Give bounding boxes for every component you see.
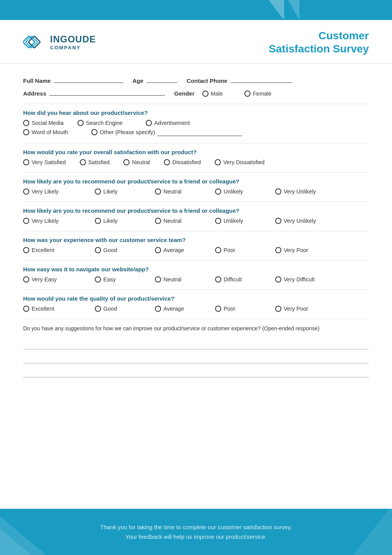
q1-word-of-mouth-label: Word of Mouth xyxy=(32,129,68,135)
q4-very-likely-radio[interactable] xyxy=(23,218,29,224)
q3-very-unlikely[interactable]: Very Unlikely xyxy=(275,188,316,195)
q6-difficult-label: Difficult xyxy=(224,276,242,283)
q4-unlikely-radio[interactable] xyxy=(215,218,221,224)
q7-average[interactable]: Average xyxy=(155,306,201,312)
q5-excellent[interactable]: Excellent xyxy=(23,247,81,253)
q4-unlikely[interactable]: Unlikely xyxy=(215,218,261,224)
q1-word-of-mouth[interactable]: Word of Mouth xyxy=(23,129,68,135)
q6-difficult-radio[interactable] xyxy=(215,276,221,283)
footer-line2: Your feedback will help us improve our p… xyxy=(23,532,369,542)
q4-very-likely[interactable]: Very Likely xyxy=(23,218,81,224)
logo-text: INGOUDE COMPANY xyxy=(50,34,96,50)
q3-neutral-radio[interactable] xyxy=(155,188,161,195)
q3-very-likely[interactable]: Very Likely xyxy=(23,188,81,195)
address-input[interactable] xyxy=(49,88,165,96)
q7-very-poor[interactable]: Very Poor xyxy=(275,306,308,312)
q5-poor-label: Poor xyxy=(224,247,236,253)
q4-likely[interactable]: Likely xyxy=(95,218,141,224)
q7-good[interactable]: Good xyxy=(95,306,141,312)
q5-very-poor[interactable]: Very Poor xyxy=(275,247,308,253)
q1-other-radio[interactable] xyxy=(91,129,98,135)
q3-neutral[interactable]: Neutral xyxy=(155,188,201,195)
q6-easy-label: Easy xyxy=(103,276,116,283)
q4-likely-radio[interactable] xyxy=(95,218,101,224)
q3-very-likely-radio[interactable] xyxy=(23,188,29,195)
answer-line-1[interactable] xyxy=(23,339,369,350)
q1-other-input[interactable] xyxy=(157,128,242,136)
q6-easy[interactable]: Easy xyxy=(95,276,141,283)
q1-search-engine-radio[interactable] xyxy=(77,120,84,126)
q7-options: Excellent Good Average Poor Very Poor xyxy=(23,306,369,312)
q4-neutral[interactable]: Neutral xyxy=(155,218,201,224)
q7-average-radio[interactable] xyxy=(155,306,161,312)
q4-very-unlikely[interactable]: Very Unlikely xyxy=(275,218,316,224)
q5-average-radio[interactable] xyxy=(155,247,161,253)
top-bar-accent xyxy=(269,0,284,20)
q6-very-easy[interactable]: Very Easy xyxy=(23,276,81,283)
q1-advertisement-radio[interactable] xyxy=(146,120,152,126)
contact-phone-input[interactable] xyxy=(230,75,292,83)
q7-very-poor-radio[interactable] xyxy=(275,306,281,312)
q6-difficult[interactable]: Difficult xyxy=(215,276,261,283)
top-bar xyxy=(0,0,392,20)
q4-very-unlikely-radio[interactable] xyxy=(275,218,281,224)
q5-excellent-label: Excellent xyxy=(32,247,54,253)
q2-dissatisfied[interactable]: Dissatisfied xyxy=(164,159,201,165)
q2-dissatisfied-radio[interactable] xyxy=(164,159,170,165)
q1-social-media-label: Social Media xyxy=(32,120,64,126)
q3-unlikely-radio[interactable] xyxy=(215,188,221,195)
q6-very-difficult-radio[interactable] xyxy=(275,276,281,283)
q5-good[interactable]: Good xyxy=(95,247,141,253)
q4-unlikely-label: Unlikely xyxy=(224,218,243,224)
male-radio[interactable] xyxy=(202,91,209,97)
q1-search-engine[interactable]: Search Engine xyxy=(77,120,123,126)
q3-very-unlikely-radio[interactable] xyxy=(275,188,281,195)
section-q1: How did you hear about our product/servi… xyxy=(23,109,369,136)
age-input[interactable] xyxy=(146,75,177,83)
q2-very-dissatisfied-label: Very Dissatisfied xyxy=(223,159,264,165)
q3-unlikely[interactable]: Unlikely xyxy=(215,188,261,195)
q2-very-dissatisfied[interactable]: Very Dissatisfied xyxy=(215,159,264,165)
q2-satisfied-radio[interactable] xyxy=(80,159,86,165)
q6-easy-radio[interactable] xyxy=(95,276,101,283)
q6-very-difficult[interactable]: Very Difficult xyxy=(275,276,315,283)
q1-other[interactable]: Other (Please specify) xyxy=(91,128,242,136)
q5-poor[interactable]: Poor xyxy=(215,247,261,253)
q5-good-radio[interactable] xyxy=(95,247,101,253)
q7-excellent-radio[interactable] xyxy=(23,306,29,312)
gender-male[interactable]: Male xyxy=(202,91,223,97)
q6-neutral-radio[interactable] xyxy=(155,276,161,283)
q7-good-radio[interactable] xyxy=(95,306,101,312)
q2-very-satisfied[interactable]: Very Satisfied xyxy=(23,159,66,165)
section-q5: How was your experience with our custome… xyxy=(23,237,369,253)
gender-female[interactable]: Female xyxy=(244,91,271,97)
q1-social-media[interactable]: Social Media xyxy=(23,120,64,126)
personal-info-row2: Address Gender Male Female xyxy=(23,88,369,97)
q5-excellent-radio[interactable] xyxy=(23,247,29,253)
divider-6 xyxy=(23,260,369,261)
q1-advertisement[interactable]: Advertisement xyxy=(146,120,190,126)
q6-very-easy-radio[interactable] xyxy=(23,276,29,283)
q1-word-of-mouth-radio[interactable] xyxy=(23,129,29,135)
q7-poor-radio[interactable] xyxy=(215,306,221,312)
q6-neutral[interactable]: Neutral xyxy=(155,276,201,283)
answer-line-2[interactable] xyxy=(23,353,369,363)
q1-social-media-radio[interactable] xyxy=(23,120,29,126)
q4-neutral-radio[interactable] xyxy=(155,218,161,224)
open-ended-text: Do you have any suggestions for how we c… xyxy=(23,325,369,333)
q3-likely-radio[interactable] xyxy=(95,188,101,195)
q7-excellent[interactable]: Excellent xyxy=(23,306,81,312)
answer-line-3[interactable] xyxy=(23,367,369,377)
q2-very-satisfied-radio[interactable] xyxy=(23,159,29,165)
q3-likely[interactable]: Likely xyxy=(95,188,141,195)
q2-neutral[interactable]: Neutral xyxy=(123,159,150,165)
q7-poor[interactable]: Poor xyxy=(215,306,261,312)
full-name-input[interactable] xyxy=(54,75,123,83)
q5-poor-radio[interactable] xyxy=(215,247,221,253)
q2-satisfied[interactable]: Satisfied xyxy=(80,159,110,165)
q5-very-poor-radio[interactable] xyxy=(275,247,281,253)
female-radio[interactable] xyxy=(244,91,251,97)
q5-average[interactable]: Average xyxy=(155,247,201,253)
q2-very-dissatisfied-radio[interactable] xyxy=(215,159,221,165)
q2-neutral-radio[interactable] xyxy=(123,159,130,165)
